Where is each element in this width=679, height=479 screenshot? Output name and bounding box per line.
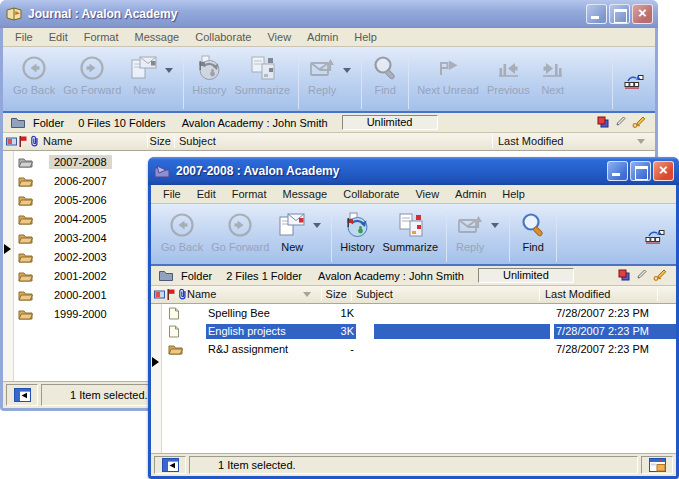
folder-name: 2006-2007 bbox=[49, 174, 112, 188]
go-back-button: Go Back bbox=[9, 51, 59, 98]
pane-expand-arrow-icon[interactable] bbox=[152, 357, 159, 367]
dropdown-arrow-icon[interactable] bbox=[165, 68, 173, 73]
find-icon bbox=[370, 53, 400, 83]
folder-open-icon bbox=[18, 251, 34, 263]
folder-name: 1999-2000 bbox=[49, 307, 112, 321]
menu-view[interactable]: View bbox=[407, 187, 447, 201]
go-back-icon bbox=[167, 210, 197, 240]
column-header-name[interactable]: Name bbox=[187, 288, 216, 300]
table-row[interactable]: R&J assignment-7/28/2007 2:23 PM bbox=[162, 341, 676, 359]
menu-file[interactable]: File bbox=[155, 187, 189, 201]
menu-message[interactable]: Message bbox=[275, 187, 336, 201]
window-title: Journal : Avalon Academy bbox=[28, 7, 584, 21]
menu-view[interactable]: View bbox=[259, 30, 299, 44]
column-header-size[interactable]: Size bbox=[147, 135, 171, 147]
menu-collaborate[interactable]: Collaborate bbox=[187, 30, 259, 44]
column-header-subject[interactable]: Subject bbox=[356, 288, 393, 300]
document-icon bbox=[168, 307, 180, 322]
toolbar-separator bbox=[446, 210, 447, 262]
cell-size: 3K bbox=[314, 324, 356, 339]
history-button[interactable]: History bbox=[336, 208, 378, 255]
dropdown-arrow-icon[interactable] bbox=[491, 223, 499, 228]
folder-open-icon bbox=[18, 175, 34, 187]
menu-collaborate[interactable]: Collaborate bbox=[335, 187, 407, 201]
summarize-button[interactable]: Summarize bbox=[379, 208, 443, 255]
toolbar: Go BackGo ForwardNewHistorySummarizeRepl… bbox=[3, 47, 655, 113]
history-icon bbox=[342, 210, 372, 240]
menu-admin[interactable]: Admin bbox=[299, 30, 346, 44]
dropdown-arrow-icon[interactable] bbox=[343, 68, 351, 73]
go-forward-icon bbox=[225, 210, 255, 240]
column-header-name[interactable]: Name bbox=[43, 135, 72, 147]
close-button[interactable] bbox=[653, 161, 674, 181]
cell-subject bbox=[374, 324, 550, 339]
toolbar-separator bbox=[183, 53, 184, 109]
item-counts: 2 Files 1 Folder bbox=[226, 270, 302, 282]
toolbar-button-label: Summarize bbox=[383, 241, 439, 253]
toolbar-button-label: Find bbox=[374, 84, 395, 96]
folder-name: 2001-2002 bbox=[49, 269, 112, 283]
menu-format[interactable]: Format bbox=[224, 187, 275, 201]
column-header-subject[interactable]: Subject bbox=[179, 135, 216, 147]
find-button[interactable]: Find bbox=[514, 208, 552, 255]
toolbar-separator bbox=[556, 210, 557, 262]
reply-button: Reply bbox=[303, 51, 341, 98]
column-divider[interactable] bbox=[492, 135, 493, 148]
document-column-icon bbox=[6, 136, 17, 148]
titlebar[interactable]: 2007-2008 : Avalon Academy bbox=[148, 157, 679, 185]
next-icon bbox=[538, 53, 568, 83]
menu-admin[interactable]: Admin bbox=[447, 187, 494, 201]
pane-expand-arrow-icon[interactable] bbox=[4, 244, 11, 254]
table-row[interactable]: Spelling Bee1K7/28/2007 2:23 PM bbox=[162, 305, 676, 323]
folder-2007-2008-window[interactable]: 2007-2008 : Avalon Academy FileEditForma… bbox=[148, 157, 679, 479]
menu-help[interactable]: Help bbox=[346, 30, 385, 44]
column-header: Name Size Subject Last Modified bbox=[3, 133, 655, 151]
pencil-icon bbox=[636, 269, 647, 283]
folder-name: 2000-2001 bbox=[49, 288, 112, 302]
column-header-size[interactable]: Size bbox=[321, 288, 347, 300]
pane-toggle-icon[interactable] bbox=[6, 384, 38, 406]
column-divider[interactable] bbox=[174, 135, 175, 148]
pane-toggle-icon[interactable] bbox=[154, 456, 186, 474]
column-divider[interactable] bbox=[657, 288, 658, 301]
minimize-button[interactable] bbox=[607, 161, 628, 181]
pencil-key-icon bbox=[632, 116, 647, 130]
stacked-squares-icon bbox=[597, 116, 609, 130]
sort-arrow-icon[interactable] bbox=[303, 292, 311, 297]
dropdown-arrow-icon[interactable] bbox=[313, 223, 321, 228]
location-icon[interactable] bbox=[641, 456, 673, 474]
column-divider[interactable] bbox=[539, 288, 540, 301]
go-back-icon bbox=[19, 53, 49, 83]
close-button[interactable] bbox=[632, 4, 653, 24]
column-header-last-modified[interactable]: Last Modified bbox=[498, 135, 563, 147]
minimize-button[interactable] bbox=[586, 4, 607, 24]
menu-file[interactable]: File bbox=[7, 30, 41, 44]
new-button[interactable]: New bbox=[273, 208, 311, 255]
folder-name: 2004-2005 bbox=[49, 212, 112, 226]
menu-edit[interactable]: Edit bbox=[41, 30, 76, 44]
connections-button[interactable] bbox=[638, 219, 672, 253]
menu-edit[interactable]: Edit bbox=[189, 187, 224, 201]
toolbar-button-label: Reply bbox=[308, 84, 336, 96]
folder-open-icon bbox=[18, 308, 34, 320]
maximize-button[interactable] bbox=[609, 4, 630, 24]
journal-icon[interactable] bbox=[6, 7, 22, 21]
column-header-last-modified[interactable]: Last Modified bbox=[545, 288, 610, 300]
titlebar[interactable]: Journal : Avalon Academy bbox=[0, 0, 658, 28]
menu-message[interactable]: Message bbox=[127, 30, 188, 44]
previous-button: Previous bbox=[483, 51, 534, 98]
connections-button[interactable] bbox=[617, 64, 651, 98]
summarize-icon bbox=[395, 210, 425, 240]
folder-window-icon[interactable] bbox=[154, 164, 170, 178]
sort-arrow-icon[interactable] bbox=[637, 139, 645, 144]
file-list-area: Spelling Bee1K7/28/2007 2:23 PMEnglish p… bbox=[151, 304, 676, 453]
toolbar-separator bbox=[612, 53, 613, 109]
column-header: Name Size Subject Last Modified bbox=[151, 286, 676, 304]
summarize-button: Summarize bbox=[231, 51, 295, 98]
table-row[interactable]: English projects3K7/28/2007 2:23 PM bbox=[162, 323, 676, 341]
column-divider[interactable] bbox=[351, 288, 352, 301]
menu-format[interactable]: Format bbox=[76, 30, 127, 44]
toolbar-button-label: Previous bbox=[487, 84, 530, 96]
maximize-button[interactable] bbox=[630, 161, 651, 181]
menu-help[interactable]: Help bbox=[494, 187, 533, 201]
